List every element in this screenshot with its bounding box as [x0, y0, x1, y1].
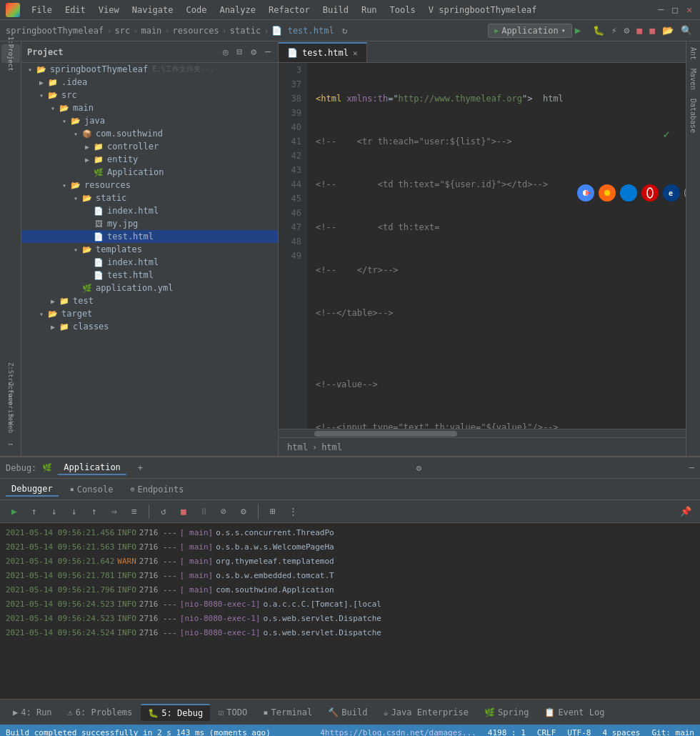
tree-item-src[interactable]: ▾ 📂 src	[21, 89, 278, 101]
debug-tab-console[interactable]: ▪ Console	[64, 483, 119, 496]
settings-run-icon[interactable]: ⚙	[622, 25, 632, 36]
menu-navigate[interactable]: Navigate	[126, 4, 179, 16]
editor-tab-test-html[interactable]: 📄 test.html ✕	[279, 42, 367, 62]
tab-event-log[interactable]: 📋 Event Log	[537, 705, 611, 720]
tree-item-templates[interactable]: ▾ 📂 templates	[21, 243, 278, 256]
tree-collapse-icon[interactable]: ⊟	[236, 45, 244, 59]
menu-code[interactable]: Code	[181, 4, 213, 16]
menu-run[interactable]: Run	[356, 4, 383, 16]
mute-breakpoints[interactable]: ⊘	[215, 503, 232, 520]
debug-tab-endpoints[interactable]: ⊕ Endpoints	[124, 483, 189, 496]
more-options-icon[interactable]: ⋮	[284, 503, 301, 520]
resume-button[interactable]: ▶	[6, 503, 23, 520]
tree-item-appyml[interactable]: ▶ 🌿 application.yml	[21, 282, 278, 294]
run-config-dropdown-icon[interactable]: ▾	[561, 26, 566, 34]
tree-item-myjpg[interactable]: ▶ 🖼 my.jpg	[21, 217, 278, 230]
menu-tools[interactable]: Tools	[384, 4, 421, 16]
step-out[interactable]: ↑	[86, 503, 103, 520]
settings-debug-icon[interactable]: ⚙	[235, 503, 252, 520]
search-run-icon[interactable]: ■	[634, 25, 644, 36]
tree-item-root[interactable]: ▾ 📂 springbootThymeleaf E:\工作文件夹...	[21, 63, 278, 76]
menu-refactor[interactable]: Refactor	[263, 4, 316, 16]
tab-build[interactable]: 🔨 Build	[321, 705, 374, 720]
tree-item-test[interactable]: ▶ 📁 test	[21, 294, 278, 307]
close-button[interactable]: ✕	[684, 4, 694, 15]
menu-edit[interactable]: Edit	[59, 4, 91, 16]
tree-item-test-html[interactable]: ▶ 📄 test.html	[21, 230, 278, 243]
menu-build[interactable]: Build	[317, 4, 354, 16]
code-editor[interactable]: e ✓ 3 37 38 39 40 41 42 43 44 45 46 47	[279, 63, 686, 429]
tree-item-application[interactable]: ▶ 🌿 Application	[21, 166, 278, 179]
database-tab[interactable]: Database	[689, 96, 697, 136]
menu-view[interactable]: View	[93, 4, 125, 16]
tab-todo[interactable]: ☑ TODO	[211, 705, 254, 720]
run-to-cursor[interactable]: ⇒	[106, 503, 123, 520]
sidebar-favorites-icon[interactable]: 2:Favorites	[1, 394, 20, 413]
tree-item-test-html-templates[interactable]: ▶ 📄 test.html	[21, 269, 278, 282]
tab-debug[interactable]: 🐛 5: Debug	[141, 704, 210, 721]
tree-item-package[interactable]: ▾ 📦 com.southwind	[21, 127, 278, 140]
menu-vcs[interactable]: V springbootThymeleaf	[423, 4, 543, 16]
menu-file[interactable]: File	[26, 4, 58, 16]
debug-settings-icon[interactable]: ⚙	[416, 463, 421, 473]
debug-tab-debugger[interactable]: Debugger	[6, 482, 59, 497]
refresh-icon[interactable]: ↻	[340, 25, 350, 36]
tree-close-icon[interactable]: ─	[264, 45, 272, 59]
tree-item-target[interactable]: ▾ 📂 target	[21, 307, 278, 320]
editor-scrollbar[interactable]	[279, 429, 686, 437]
ant-tab[interactable]: Ant	[689, 44, 697, 63]
maven-tab[interactable]: Maven	[689, 66, 697, 93]
path-resources[interactable]: resources	[173, 26, 219, 36]
step-into[interactable]: ↓	[66, 503, 83, 520]
tree-item-entity[interactable]: ▶ 📁 entity	[21, 153, 278, 166]
rerun-button[interactable]: ↺	[155, 503, 172, 520]
debug-run-button[interactable]: 🐛	[591, 25, 606, 36]
tree-item-index-html-static[interactable]: ▶ 📄 index.html	[21, 204, 278, 217]
open-folder-icon[interactable]: 📂	[660, 25, 676, 36]
tree-settings-icon[interactable]: ⚙	[249, 45, 258, 59]
search-icon[interactable]: 🔍	[679, 25, 694, 36]
stop-button[interactable]: ■	[647, 25, 657, 36]
tree-item-static[interactable]: ▾ 📂 static	[21, 192, 278, 204]
sidebar-web-icon[interactable]: 3:Web	[1, 414, 20, 433]
tree-item-main[interactable]: ▾ 📂 main	[21, 101, 278, 114]
tree-item-resources[interactable]: ▾ 📂 resources	[21, 179, 278, 192]
status-url[interactable]: 4https://blog.csdn.net/damages...	[320, 728, 476, 737]
tab-close-button[interactable]: ✕	[353, 49, 358, 58]
tree-locate-icon[interactable]: ◎	[221, 45, 230, 59]
sidebar-more-icon[interactable]: ⋯	[1, 434, 20, 453]
coverage-button[interactable]: ⚡	[609, 25, 619, 36]
breadcrumb-html2[interactable]: html	[321, 442, 342, 452]
path-static[interactable]: static	[230, 26, 261, 36]
tree-item-index-html-templates[interactable]: ▶ 📄 index.html	[21, 256, 278, 269]
breadcrumb-html1[interactable]: html	[287, 442, 308, 452]
evaluate-expr[interactable]: ≡	[126, 503, 143, 520]
debug-close-button[interactable]: ─	[689, 463, 694, 473]
minimize-button[interactable]: ─	[656, 4, 666, 15]
step-over-down[interactable]: ↓	[46, 503, 63, 520]
menu-analyze[interactable]: Analyze	[214, 4, 261, 16]
sidebar-project-icon[interactable]: 1:Project	[1, 44, 20, 63]
tab-java-enterprise[interactable]: ☕ Java Enterprise	[376, 705, 476, 720]
maximize-button[interactable]: □	[670, 4, 680, 15]
pin-tab-icon[interactable]: 📌	[677, 503, 694, 520]
debug-tab-session[interactable]: Application	[58, 461, 126, 475]
tab-run[interactable]: ▶ 4: Run	[6, 705, 59, 720]
path-project[interactable]: springbootThymeleaf	[6, 26, 104, 36]
step-over-up[interactable]: ↑	[26, 503, 43, 520]
stop-debug-button[interactable]: ■	[175, 503, 192, 520]
tab-spring[interactable]: 🌿 Spring	[477, 705, 536, 720]
tree-item-idea[interactable]: ▶ 📁 .idea	[21, 76, 278, 89]
pause-button[interactable]: ⏸	[195, 503, 212, 520]
tree-item-java[interactable]: ▾ 📂 java	[21, 114, 278, 127]
tree-item-controller[interactable]: ▶ 📁 controller	[21, 140, 278, 153]
debug-tab-add[interactable]: +	[132, 462, 149, 474]
path-file[interactable]: 📄 test.html	[271, 26, 334, 36]
restore-layout[interactable]: ⊞	[264, 503, 281, 520]
tab-terminal[interactable]: ▪ Terminal	[256, 705, 319, 720]
run-button[interactable]: ▶	[575, 24, 588, 37]
scrollbar-thumb[interactable]	[314, 431, 457, 437]
run-config-selector[interactable]: ▶ Application ▾	[488, 24, 572, 38]
tree-item-classes[interactable]: ▶ 📁 classes	[21, 320, 278, 333]
code-content[interactable]: <html xmlns:th="http://www.thymeleaf.org…	[307, 63, 686, 429]
